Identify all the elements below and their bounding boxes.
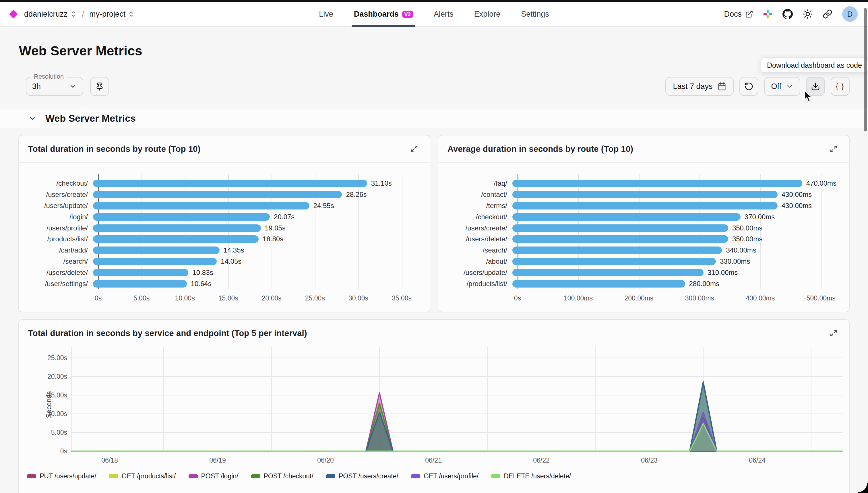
series-line bbox=[71, 393, 843, 451]
legend-item[interactable]: DELETE /users/delete/ bbox=[491, 472, 571, 480]
value-label: 14.05s bbox=[221, 258, 241, 265]
bar[interactable]: 20.07s bbox=[93, 213, 270, 221]
bar[interactable]: 430.00ms bbox=[512, 191, 778, 198]
slack-icon[interactable] bbox=[763, 9, 773, 19]
area-fill bbox=[71, 382, 843, 451]
bar[interactable]: 28.26s bbox=[93, 191, 342, 198]
legend-item[interactable]: POST /login/ bbox=[189, 472, 238, 480]
bar[interactable]: 19.05s bbox=[93, 224, 261, 232]
bar[interactable]: 18.80s bbox=[93, 235, 259, 243]
area-fill bbox=[71, 393, 843, 451]
value-label: 18.80s bbox=[263, 235, 283, 243]
brand-logo-icon bbox=[9, 9, 18, 18]
category-label: /checkout/ bbox=[19, 179, 93, 187]
bar-row: /terms/430.00ms bbox=[438, 200, 841, 212]
category-label: /search/ bbox=[438, 246, 512, 254]
legend-item[interactable]: GET /products/list/ bbox=[109, 472, 176, 480]
expand-panel-button[interactable] bbox=[827, 143, 840, 155]
scrollbar-thumb[interactable] bbox=[864, 8, 867, 131]
x-axis: 0s5.00s10.00s15.00s20.00s25.00s30.00s35.… bbox=[98, 295, 422, 305]
legend-item[interactable]: POST /checkout/ bbox=[251, 472, 314, 480]
resolution-select[interactable]: Resolution 3h bbox=[26, 77, 83, 96]
tab-settings[interactable]: Settings bbox=[521, 1, 549, 27]
bar[interactable]: 10.83s bbox=[93, 269, 188, 276]
panel-title: Total duration in seconds by route (Top … bbox=[28, 144, 200, 154]
chart-legend: PUT /users/update/GET /products/list/POS… bbox=[19, 472, 849, 480]
value-label: 24.55s bbox=[314, 202, 334, 210]
category-label: /users/update/ bbox=[438, 269, 512, 277]
download-dashboard-button[interactable] bbox=[806, 77, 825, 96]
bar[interactable]: 330.00ms bbox=[512, 258, 716, 265]
bar[interactable]: 370.00ms bbox=[512, 213, 741, 221]
category-label: /login/ bbox=[19, 213, 93, 221]
panel-duration-by-service-endpoint: Total duration in seconds by service and… bbox=[18, 319, 850, 493]
dashboard-json-button[interactable]: { } bbox=[831, 77, 850, 96]
svg-text:0s: 0s bbox=[60, 447, 67, 455]
main-nav-tabs: Live Dashboards V2 Alerts Explore Settin… bbox=[319, 1, 549, 27]
bar[interactable]: 14.05s bbox=[93, 258, 217, 265]
tab-live[interactable]: Live bbox=[319, 1, 333, 27]
value-label: 370.00ms bbox=[745, 213, 775, 221]
svg-text:06/19: 06/19 bbox=[209, 456, 226, 464]
value-label: 10.64s bbox=[191, 280, 212, 287]
bar-row: /products/list/280.00ms bbox=[438, 278, 841, 289]
bar[interactable]: 340.00ms bbox=[512, 246, 722, 254]
svg-text:25.00s: 25.00s bbox=[47, 354, 67, 362]
tab-dashboards[interactable]: Dashboards V2 bbox=[354, 1, 413, 27]
value-label: 28.26s bbox=[346, 191, 366, 198]
section-header[interactable]: Web Server Metrics bbox=[0, 108, 868, 128]
bar-row: /users/delete/350.00ms bbox=[438, 234, 841, 245]
docs-link[interactable]: Docs bbox=[724, 10, 753, 19]
area-fill bbox=[71, 424, 843, 451]
bar[interactable]: 280.00ms bbox=[512, 280, 685, 287]
value-label: 19.05s bbox=[265, 224, 285, 232]
area-chart-duration-timeseries: 0s5.00s10.00s15.00s20.00s25.00sSeconds06… bbox=[19, 347, 849, 480]
bar[interactable]: 470.00ms bbox=[512, 180, 802, 187]
bar[interactable]: 430.00ms bbox=[512, 202, 778, 210]
legend-label: GET /products/list/ bbox=[122, 472, 176, 480]
bar[interactable]: 350.00ms bbox=[512, 235, 728, 243]
project-selector[interactable]: my-project bbox=[89, 10, 135, 19]
refresh-button[interactable] bbox=[739, 77, 758, 96]
auto-refresh-select[interactable]: Off bbox=[764, 77, 800, 96]
panel-average-duration-by-route: Average duration in seconds by route (To… bbox=[438, 135, 850, 312]
braces-icon: { } bbox=[836, 82, 845, 91]
bar[interactable]: 14.35s bbox=[93, 246, 219, 254]
tab-alerts[interactable]: Alerts bbox=[434, 1, 453, 27]
github-icon[interactable] bbox=[782, 9, 793, 19]
pin-icon bbox=[95, 82, 104, 91]
bar[interactable]: 31.10s bbox=[93, 180, 367, 187]
project-name: my-project bbox=[89, 10, 125, 19]
legend-swatch bbox=[109, 474, 118, 478]
value-label: 310.00ms bbox=[707, 269, 738, 276]
time-range-value: Last 7 days bbox=[673, 82, 713, 91]
bar-chart-total-duration: /checkout/31.10s/users/create/28.26s/use… bbox=[19, 178, 430, 305]
org-selector[interactable]: ddanielcruzz bbox=[24, 10, 77, 19]
bar[interactable]: 350.00ms bbox=[512, 224, 728, 232]
theme-toggle-sun-icon[interactable] bbox=[803, 9, 813, 19]
legend-item[interactable]: GET /users/profile/ bbox=[411, 472, 479, 480]
legend-label: POST /users/create/ bbox=[339, 472, 398, 480]
bar[interactable]: 24.55s bbox=[93, 202, 310, 210]
org-name: ddanielcruzz bbox=[24, 10, 68, 19]
tab-explore[interactable]: Explore bbox=[474, 1, 501, 27]
expand-panel-button[interactable] bbox=[408, 143, 421, 155]
expand-panel-button[interactable] bbox=[827, 327, 840, 340]
series-line bbox=[71, 424, 843, 451]
area-fill bbox=[71, 417, 843, 451]
legend-item[interactable]: POST /users/create/ bbox=[326, 472, 398, 480]
legend-swatch bbox=[27, 474, 36, 478]
share-link-icon[interactable] bbox=[823, 9, 832, 19]
x-tick-label: 0s bbox=[95, 295, 102, 302]
x-tick-label: 0s bbox=[514, 295, 521, 302]
time-range-button[interactable]: Last 7 days bbox=[665, 77, 734, 96]
x-tick-label: 400.00ms bbox=[746, 295, 775, 302]
chevrons-up-down-icon bbox=[70, 10, 77, 18]
pin-resolution-button[interactable] bbox=[90, 77, 109, 96]
value-label: 430.00ms bbox=[782, 191, 812, 198]
category-label: /products/list/ bbox=[19, 235, 93, 243]
bar[interactable]: 310.00ms bbox=[512, 269, 703, 276]
legend-item[interactable]: PUT /users/update/ bbox=[27, 472, 97, 480]
bar[interactable]: 10.64s bbox=[93, 280, 187, 287]
user-avatar[interactable]: D bbox=[842, 6, 858, 22]
